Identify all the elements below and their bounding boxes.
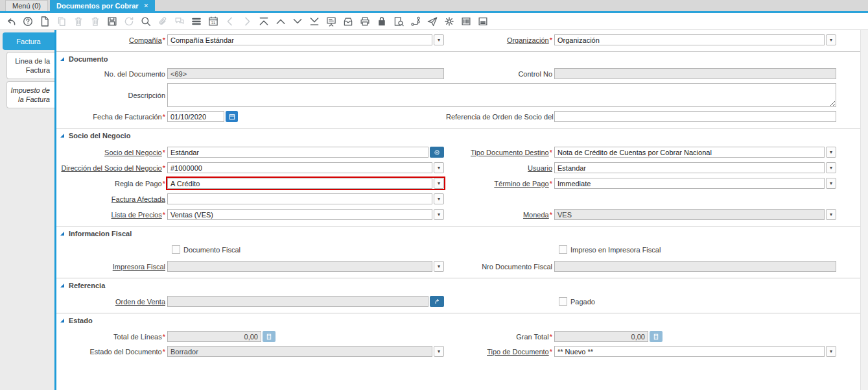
toolbar: 31 — [0, 13, 868, 30]
new-record-icon[interactable] — [39, 16, 51, 27]
description-textarea[interactable] — [167, 83, 836, 107]
compania-combobox[interactable]: Compañía Estándar▾ — [167, 34, 444, 45]
collapse-icon[interactable] — [60, 232, 64, 236]
chevron-down-icon[interactable]: ▾ — [826, 346, 836, 357]
no-documento-field: <69> — [167, 68, 444, 79]
tipo-doc-destino-label-link[interactable]: Tipo Documento Destino — [471, 149, 549, 156]
vertical-tab-sidebar: Factura Linea de la Factura Impuesto de … — [0, 30, 54, 390]
compania-label-link[interactable]: Compañía — [129, 36, 162, 44]
form-view-icon[interactable] — [325, 16, 337, 27]
history-icon[interactable]: 31 — [207, 16, 219, 27]
regla-pago-combobox-highlighted[interactable]: A Crédito▾ — [167, 178, 444, 189]
section-estado[interactable]: Estado — [56, 313, 860, 324]
tipo-doc-destino-combobox[interactable]: Nota de Crédito de Cuentas por Cobrar Na… — [554, 147, 836, 158]
export-icon[interactable] — [460, 16, 472, 27]
section-informacion-fiscal[interactable]: Informacion Fiscal — [56, 226, 860, 238]
calendar-button[interactable] — [226, 111, 238, 122]
chevron-down-icon[interactable]: ▾ — [434, 34, 444, 45]
documento-fiscal-checkbox[interactable] — [172, 245, 180, 254]
socio-label-link[interactable]: Socio del Negocio — [104, 149, 162, 156]
section-referencia[interactable]: Referencia — [56, 278, 860, 289]
grid-toggle-icon[interactable] — [191, 16, 202, 27]
zoom-across-icon[interactable] — [393, 16, 405, 27]
workflow-icon[interactable] — [410, 16, 421, 27]
tab-factura-label: Factura — [16, 38, 40, 45]
business-partner-info-button[interactable] — [430, 147, 444, 158]
detail-record-icon[interactable] — [292, 16, 303, 27]
help-icon[interactable] — [22, 16, 34, 27]
moneda-label-link[interactable]: Moneda — [523, 211, 549, 219]
lista-precios-combobox[interactable]: Ventas (VES)▾ — [167, 209, 444, 220]
collapse-icon[interactable] — [60, 57, 64, 61]
pagado-checkbox[interactable] — [559, 297, 567, 306]
tipo-documento-combobox[interactable]: ** Nuevo **▾ — [554, 346, 836, 357]
find-icon[interactable] — [140, 16, 152, 27]
termino-pago-label-link[interactable]: Término de Pago — [494, 180, 548, 188]
termino-pago-combobox[interactable]: Immediate▾ — [554, 178, 836, 189]
estado-documento-combobox[interactable]: Borrador▾ — [167, 346, 444, 357]
direccion-socio-combobox[interactable]: #1000000▾ — [167, 162, 444, 173]
collapse-icon[interactable] — [60, 284, 64, 287]
factura-afectada-label-link[interactable]: Factura Afectada — [111, 195, 165, 203]
factura-afectada-combobox[interactable]: ▾ — [167, 193, 444, 204]
tab-factura[interactable]: Factura — [3, 32, 54, 50]
nro-documento-fiscal-field — [554, 261, 836, 272]
orden-venta-label-link[interactable]: Orden de Venta — [115, 298, 165, 306]
organizacion-label-link[interactable]: Organización — [507, 36, 549, 44]
chevron-down-icon[interactable]: ▾ — [434, 162, 444, 173]
chevron-down-icon[interactable]: ▾ — [826, 162, 836, 173]
usuario-label-link[interactable]: Usuario — [528, 164, 552, 172]
first-record-icon[interactable] — [258, 16, 270, 27]
control-no-field — [554, 68, 836, 79]
delete-selection-icon — [89, 16, 101, 27]
save-icon[interactable] — [106, 16, 118, 27]
organizacion-combobox[interactable]: Organización▾ — [554, 34, 836, 45]
chevron-down-icon[interactable]: ▾ — [434, 209, 444, 220]
parent-record-icon[interactable] — [275, 16, 287, 27]
report-icon[interactable] — [477, 16, 489, 27]
order-search-button[interactable] — [430, 296, 444, 307]
undo-icon[interactable] — [5, 16, 17, 27]
previous-record-icon — [224, 16, 236, 27]
send-mail-icon[interactable] — [427, 16, 438, 27]
tab-documentos-por-cobrar[interactable]: Documentos por Cobrar ✕ — [50, 0, 155, 11]
chevron-down-icon: ▾ — [434, 261, 444, 272]
tipo-documento-label-link[interactable]: Tipo de Documento — [487, 348, 549, 356]
tab-documentos-label: Documentos por Cobrar — [56, 2, 139, 10]
lock-icon[interactable] — [376, 16, 388, 27]
usuario-combobox[interactable]: Estandar▾ — [554, 162, 836, 173]
impreso-impresora-fiscal-checkbox[interactable] — [559, 245, 567, 254]
chevron-down-icon[interactable]: ▾ — [826, 178, 836, 189]
print-icon[interactable] — [359, 16, 371, 27]
calculator-icon[interactable] — [650, 331, 663, 342]
direccion-socio-label-link[interactable]: Dirección del Socio del Negocio — [61, 164, 161, 172]
next-record-icon — [241, 16, 253, 27]
preferences-icon[interactable] — [443, 16, 455, 27]
chevron-down-icon[interactable]: ▾ — [434, 178, 444, 189]
collapse-icon[interactable] — [60, 134, 64, 138]
tab-menu-label: Menú (0) — [12, 2, 41, 10]
last-record-icon[interactable] — [309, 16, 320, 27]
calculator-icon[interactable] — [263, 331, 276, 342]
vertical-scrollbar[interactable] — [860, 30, 868, 390]
total-lineas-field: 0,00 — [167, 331, 261, 342]
fecha-facturacion-input[interactable]: 01/10/2020 — [167, 111, 224, 122]
section-socio-del-negocio[interactable]: Socio del Negocio — [56, 128, 860, 140]
socio-input[interactable]: Estándar — [167, 147, 428, 158]
tab-linea-de-la-factura[interactable]: Linea de la Factura — [6, 52, 54, 79]
collapse-icon[interactable] — [60, 319, 64, 323]
impresora-fiscal-label-link[interactable]: Impresora Fiscal — [113, 263, 165, 271]
archive-icon[interactable] — [342, 16, 354, 27]
lista-precios-label-link[interactable]: Lista de Precios — [111, 211, 161, 219]
tab-menu[interactable]: Menú (0) — [5, 0, 48, 11]
form-panel: Compañía* Compañía Estándar▾ Organizació… — [56, 30, 860, 390]
chevron-down-icon[interactable]: ▾ — [826, 147, 836, 158]
referencia-orden-input[interactable] — [554, 111, 836, 122]
chevron-down-icon[interactable]: ▾ — [434, 193, 444, 204]
close-tab-icon[interactable]: ✕ — [144, 3, 149, 9]
section-documento[interactable]: Documento — [56, 51, 860, 63]
gran-total-field: 0,00 — [554, 331, 648, 342]
chevron-down-icon[interactable]: ▾ — [826, 34, 836, 45]
chevron-down-icon[interactable]: ▾ — [434, 346, 444, 357]
tab-impuesto-de-la-factura[interactable]: Impuesto de la Factura — [6, 81, 54, 108]
